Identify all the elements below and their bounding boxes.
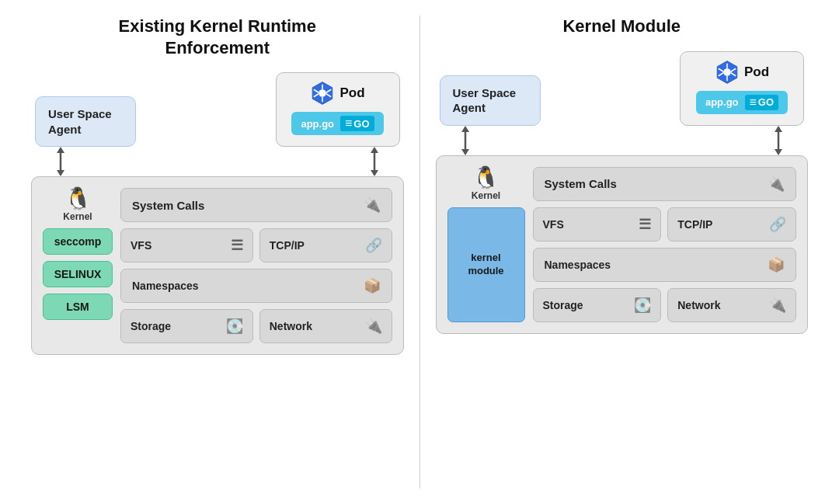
left-storage-network-row: Storage 💽 Network 🔌 [120, 309, 392, 343]
go-text: GO [353, 118, 369, 130]
svg-point-1 [319, 89, 327, 97]
right-storage-label: Storage [543, 299, 583, 311]
left-network-box: Network 🔌 [259, 309, 392, 343]
left-title: Existing Kernel RuntimeEnforcement [119, 16, 316, 58]
left-user-space-label: User Space Agent [48, 107, 112, 136]
right-network-box: Network 🔌 [667, 288, 796, 322]
left-storage-icon: 💽 [226, 318, 243, 335]
right-wrapper: User Space Agent [436, 51, 809, 334]
right-app-go-box: app.go ≡GO [696, 91, 788, 114]
right-mid-row: VFS ☰ TCP/IP 🔗 [533, 207, 797, 242]
right-storage-network-row: Storage 💽 Network 🔌 [533, 288, 797, 322]
left-wrapper: User Space Agent [31, 72, 404, 355]
right-pod-arrow [771, 126, 786, 155]
left-storage-label: Storage [131, 320, 171, 332]
left-seccomp-box: seccomp [43, 228, 113, 255]
left-lsm-box: LSM [43, 294, 113, 320]
right-tcpip-label: TCP/IP [677, 218, 712, 231]
right-user-space-box: User Space Agent [440, 75, 541, 126]
right-network-icon: 🔌 [769, 297, 786, 314]
right-pod-label: Pod [744, 64, 769, 80]
left-kernel-right-col: System Calls 🔌 VFS ☰ TCP/IP 🔗 [120, 188, 392, 343]
right-namespaces-box: Namespaces 📦 [533, 248, 797, 282]
left-vfs-icon: ☰ [231, 237, 243, 254]
left-diagram: Existing Kernel RuntimeEnforcement User … [23, 16, 412, 488]
right-box-icon: 📦 [768, 256, 785, 273]
right-syscalls-label: System Calls [545, 177, 617, 190]
right-kernel-label-box: 🐧 Kernel [447, 167, 525, 201]
left-lsm-label: LSM [66, 301, 89, 313]
left-kernel-left-col: 🐧 Kernel seccomp SELINUX LSM [43, 188, 113, 343]
left-seccomp-label: seccomp [54, 235, 102, 248]
kubernetes-icon-right [715, 60, 740, 85]
right-plugin-icon: 🔌 [768, 176, 785, 193]
right-kernel-text: Kernel [472, 190, 500, 201]
left-user-space-box: User Space Agent [35, 96, 136, 147]
right-namespaces-row: Namespaces 📦 [533, 248, 797, 282]
left-selinux-label: SELINUX [54, 268, 102, 280]
left-app-go-box: app.go ≡GO [291, 112, 383, 135]
left-vfs-box: VFS ☰ [120, 228, 253, 262]
svg-marker-13 [371, 170, 378, 176]
right-pod-box: Pod app.go ≡GO [680, 51, 804, 126]
left-pod-title-row: Pod [310, 81, 364, 106]
svg-marker-9 [57, 147, 64, 153]
left-selinux-box: SELINUX [43, 261, 113, 287]
left-share-icon: 🔗 [365, 237, 382, 254]
right-network-label: Network [677, 299, 720, 311]
right-arrows-row [436, 126, 809, 155]
left-arrows-row [31, 147, 404, 176]
right-go-badge: ≡GO [745, 95, 779, 110]
right-vfs-label: VFS [543, 218, 564, 231]
right-go-text: GO [758, 96, 774, 108]
left-app-file: app.go [301, 118, 334, 130]
right-top-section: User Space Agent [436, 51, 809, 126]
svg-marker-24 [461, 149, 469, 155]
right-namespaces-label: Namespaces [545, 259, 611, 271]
center-divider [420, 16, 420, 488]
svg-marker-27 [775, 149, 782, 155]
left-tcpip-label: TCP/IP [270, 239, 305, 252]
right-app-file: app.go [705, 96, 739, 108]
right-kernel-left-col: 🐧 Kernel kernel module [447, 167, 525, 322]
linux-penguin-right: 🐧 [472, 167, 500, 189]
left-namespaces-box: Namespaces 📦 [120, 269, 392, 303]
right-tcpip-box: TCP/IP 🔗 [667, 207, 796, 242]
left-network-label: Network [270, 320, 312, 332]
left-kernel-text: Kernel [63, 211, 92, 222]
left-namespaces-label: Namespaces [132, 280, 199, 292]
left-network-icon: 🔌 [365, 318, 382, 335]
left-namespaces-row: Namespaces 📦 [120, 269, 392, 303]
left-syscalls-label: System Calls [132, 199, 204, 212]
left-mid-row: VFS ☰ TCP/IP 🔗 [120, 228, 392, 262]
right-kernel-area: 🐧 Kernel kernel module System Calls 🔌 [436, 155, 809, 334]
left-storage-box: Storage 💽 [120, 309, 253, 343]
right-kernel-module-box: kernel module [447, 207, 525, 322]
right-share-icon: 🔗 [769, 216, 786, 233]
left-vfs-label: VFS [131, 239, 151, 252]
right-vfs-icon: ☰ [639, 216, 651, 233]
svg-point-15 [723, 68, 731, 76]
right-pod-title-row: Pod [715, 60, 769, 85]
left-top-section: User Space Agent [31, 72, 404, 147]
svg-marker-26 [775, 126, 782, 132]
right-kernel-module-label: kernel module [468, 252, 503, 278]
left-pod-box: Pod app.go ≡GO [276, 72, 400, 147]
left-pod-label: Pod [339, 85, 364, 101]
left-pod-arrow [367, 147, 382, 176]
right-storage-icon: 💽 [634, 297, 651, 314]
left-kernel-area: 🐧 Kernel seccomp SELINUX LSM [31, 176, 404, 355]
svg-marker-23 [461, 126, 469, 132]
left-agent-arrow [53, 147, 68, 176]
left-box-icon: 📦 [364, 277, 381, 294]
right-user-space-label: User Space Agent [453, 86, 517, 115]
right-diagram: Kernel Module User Space Agent [428, 16, 816, 488]
right-syscalls-box: System Calls 🔌 [533, 167, 797, 201]
svg-marker-10 [57, 170, 64, 176]
kubernetes-icon-left [310, 81, 335, 106]
left-tcpip-box: TCP/IP 🔗 [259, 228, 392, 262]
left-plugin-icon: 🔌 [364, 196, 381, 214]
linux-penguin-left: 🐧 [64, 188, 92, 210]
svg-marker-12 [371, 147, 378, 153]
right-vfs-box: VFS ☰ [533, 207, 662, 242]
